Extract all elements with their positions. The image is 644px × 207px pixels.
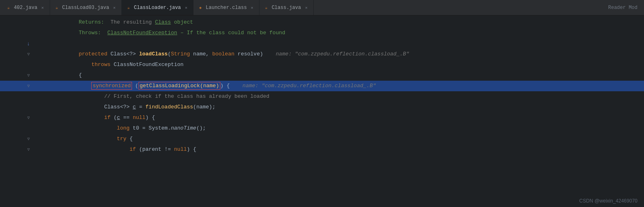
code-line: Throws: ClassNotFoundException – If the …: [0, 28, 644, 38]
line-content: if (parent != null) {: [33, 134, 644, 165]
tab-label: ClassLoad03.java: [62, 5, 109, 11]
fold-icon[interactable]: ▽: [27, 147, 30, 152]
code-token: if: [66, 146, 139, 152]
reader-mode-label: Reader Mod: [608, 5, 637, 11]
execution-arrow-icon: ↓: [27, 41, 30, 47]
tab-label: Launcher.class: [206, 5, 247, 11]
line-marker: ▽: [24, 115, 33, 120]
ide-window: ☕ 402.java ✕ ☕ ClassLoad03.java ✕ ☕ Clas…: [0, 0, 644, 207]
code-token: (parent !=: [139, 146, 174, 152]
line-marker: ▽: [24, 52, 33, 57]
tab-402-java[interactable]: ☕ 402.java ✕: [2, 0, 50, 15]
fold-icon[interactable]: ▽: [27, 52, 30, 57]
tab-classload03[interactable]: ☕ ClassLoad03.java ✕: [50, 0, 122, 15]
fold-icon[interactable]: ▽: [27, 137, 30, 141]
java-icon: ☕: [54, 5, 60, 11]
tab-label: Class.java: [272, 5, 301, 11]
code-lines: Returns: The resulting Class object Thro…: [0, 15, 644, 156]
code-token: ) {: [187, 146, 196, 152]
tab-close-button[interactable]: ✕: [183, 5, 189, 11]
tab-close-button[interactable]: ✕: [249, 5, 255, 11]
watermark-label: CSDN @weixin_42469070: [579, 198, 637, 204]
tab-classloader[interactable]: ☕ ClassLoader.java ✕: [122, 0, 193, 15]
line-marker: ▽: [24, 147, 33, 152]
line-marker: ▽: [24, 84, 33, 88]
fold-icon[interactable]: ▽: [27, 115, 30, 120]
gutter-arrow-marker: ↓: [24, 41, 33, 47]
code-token: Throws: ClassNotFoundException – If the …: [66, 30, 285, 36]
fold-icon[interactable]: ▽: [27, 73, 30, 78]
java-icon: ☕: [6, 5, 11, 11]
java-icon: ☕: [264, 5, 269, 11]
tab-close-button[interactable]: ✕: [112, 5, 117, 11]
tab-launcher-class[interactable]: ◈ Launcher.class ✕: [193, 0, 259, 15]
class-icon: ◈: [198, 5, 203, 11]
line-marker: ▽: [24, 137, 33, 141]
tab-label: 402.java: [14, 5, 37, 11]
code-token: null: [174, 146, 187, 152]
tab-close-button[interactable]: ✕: [40, 5, 46, 11]
tab-label: ClassLoader.java: [134, 5, 181, 11]
code-editor[interactable]: Returns: The resulting Class object Thro…: [0, 15, 644, 207]
java-icon: ☕: [126, 5, 132, 11]
fold-icon[interactable]: ▽: [27, 84, 30, 88]
line-marker: ▽: [24, 73, 33, 78]
tab-close-button[interactable]: ✕: [303, 5, 309, 11]
tab-bar: ☕ 402.java ✕ ☕ ClassLoad03.java ✕ ☕ Clas…: [0, 0, 644, 15]
code-line: ▽ if (parent != null) {: [0, 144, 644, 155]
tab-class-java[interactable]: ☕ Class.java ✕: [259, 0, 314, 15]
